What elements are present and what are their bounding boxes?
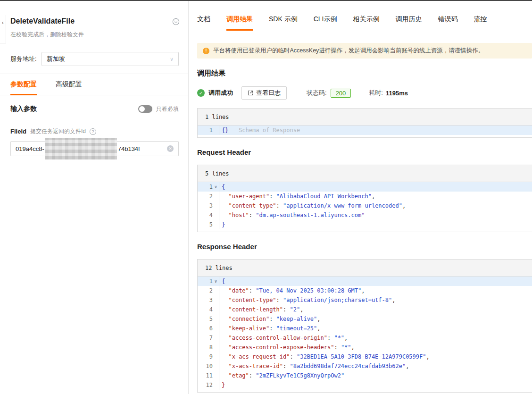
response-header-block: 12 lines 1∨{2 "date": "Tue, 04 Nov 2025 …: [197, 259, 532, 393]
fileid-input[interactable]: 019a4cc8-74b134f ✕: [10, 141, 179, 156]
clear-input-icon[interactable]: ✕: [167, 145, 174, 152]
code-line: 10 "x-acs-trace-id": "8a2bdd698daf724ecc…: [198, 361, 532, 371]
status-code-badge: 200: [331, 89, 351, 98]
app-layout: ‹ DeleteValidateFile 在校验完成后，删除校验文件 服务地址:…: [0, 1, 532, 394]
tab-sdk-examples[interactable]: SDK 示例: [269, 15, 298, 31]
tab-cli-examples[interactable]: CLI示例: [314, 15, 337, 31]
code-line: 6 "keep-alive": "timeout=25",: [198, 324, 532, 333]
code-line: 4 "content-length": "2",: [198, 305, 532, 314]
code-line: 5 "connection": "keep-alive",: [198, 314, 532, 324]
code-text: "etag": "2mZFLkyvTe1C5g8XnyQrpOw2": [219, 371, 344, 380]
main-tabs: 文档 调用结果 SDK 示例 CLI示例 相关示例 调用历史 错误码 流控: [197, 15, 532, 31]
tab-docs[interactable]: 文档: [197, 15, 210, 31]
code-line: 2 "user-agent": "AlibabaCloud API Workbe…: [198, 192, 532, 201]
code-line: 1{} Schema of Response: [198, 126, 532, 135]
input-params-title: 输入参数: [10, 105, 37, 113]
code-block-header: 1 lines: [198, 109, 532, 126]
field-name-fileid: FileId: [10, 128, 26, 135]
fold-chevron-icon[interactable]: ∨: [213, 182, 219, 192]
required-only-toggle[interactable]: [138, 105, 152, 113]
view-log-label: 查看日志: [256, 89, 281, 97]
tab-related-examples[interactable]: 相关示例: [353, 15, 379, 31]
redacted-value-segment: [45, 138, 117, 159]
request-header-block: 5 lines 1∨{2 "user-agent": "AlibabaCloud…: [197, 165, 532, 232]
fileid-value-prefix: 019a4cc8-: [16, 145, 44, 152]
code-text: "keep-alive": "timeout=25",: [219, 324, 321, 333]
code-text: "host": "dm.ap-southeast-1.aliyuncs.com": [219, 210, 365, 220]
tab-call-history[interactable]: 调用历史: [395, 15, 422, 31]
code-text: "content-type": "application/json;charse…: [219, 295, 395, 305]
code-text: }: [219, 380, 225, 390]
line-number: 12: [206, 380, 213, 390]
call-status-row: ✓ 调用成功 查看日志 状态码: 200 耗时: 1195ms: [197, 86, 532, 100]
api-params-panel: ‹ DeleteValidateFile 在校验完成后，删除校验文件 服务地址:…: [0, 1, 189, 394]
warning-text: 平台将使用已登录用户的临时AccessKey进行操作，发起调用会影响当前账号的线…: [213, 47, 484, 55]
external-link-icon: [248, 90, 253, 96]
tab-call-result[interactable]: 调用结果: [226, 15, 253, 31]
line-number: 11: [206, 371, 213, 380]
code-line: 1∨{: [198, 182, 532, 192]
api-title: DeleteValidateFile: [10, 17, 75, 25]
duration-value: 1195ms: [386, 90, 408, 97]
code-editor[interactable]: 1{} Schema of Response: [198, 126, 532, 137]
line-number: 5: [209, 314, 213, 324]
code-text: "access-control-allow-origin": "*",: [219, 333, 348, 343]
call-result-title: 调用结果: [197, 69, 532, 78]
code-editor[interactable]: 1∨{2 "user-agent": "AlibabaCloud API Wor…: [198, 182, 532, 232]
line-number: 4: [209, 305, 213, 314]
code-text: "user-agent": "AlibabaCloud API Workbenc…: [219, 192, 375, 201]
code-text: {: [219, 277, 225, 286]
code-line: 1∨{: [198, 277, 532, 286]
code-line: 7 "access-control-allow-origin": "*",: [198, 333, 532, 343]
accesskey-warning-banner: ! 平台将使用已登录用户的临时AccessKey进行操作，发起调用会影响当前账号…: [197, 43, 532, 59]
code-text: "x-acs-trace-id": "8a2bdd698daf724ecc24c…: [219, 361, 409, 371]
required-only-label: 只看必填: [156, 105, 179, 113]
call-success-label: 调用成功: [208, 89, 233, 97]
line-number: 3: [209, 201, 213, 210]
line-number: 4: [209, 210, 213, 220]
code-line: 8 "access-control-expose-headers": "*",: [198, 343, 532, 352]
result-panel: 文档 调用结果 SDK 示例 CLI示例 相关示例 调用历史 错误码 流控 ! …: [189, 1, 532, 394]
status-code-label: 状态码:: [307, 89, 327, 97]
code-editor[interactable]: 1∨{2 "date": "Tue, 04 Nov 2025 03:00:28 …: [198, 277, 532, 392]
tab-error-codes[interactable]: 错误码: [438, 15, 457, 31]
collapse-panel-button[interactable]: ‹: [0, 15, 6, 43]
line-number: 9: [209, 352, 213, 361]
fileid-value-suffix: 74b134f: [118, 145, 140, 152]
code-line: 3 "content-type": "application/json;char…: [198, 295, 532, 305]
code-line: 11 "etag": "2mZFLkyvTe1C5g8XnyQrpOw2": [198, 371, 532, 380]
code-text: }: [219, 220, 225, 229]
view-log-button[interactable]: 查看日志: [241, 86, 287, 100]
tab-param-config[interactable]: 参数配置: [10, 74, 37, 95]
code-line: 4 "host": "dm.ap-southeast-1.aliyuncs.co…: [198, 210, 532, 220]
line-number: 2: [209, 192, 213, 201]
code-line: 9 "x-acs-request-id": "32BED1EA-5A10-3FD…: [198, 352, 532, 361]
tab-throttling[interactable]: 流控: [474, 15, 487, 31]
feedback-face-icon[interactable]: [172, 18, 180, 27]
endpoint-label: 服务地址:: [10, 55, 37, 63]
tab-advanced-config[interactable]: 高级配置: [56, 74, 82, 95]
code-text: "content-length": "2",: [219, 305, 303, 314]
line-number: 1: [209, 182, 213, 192]
fold-chevron-icon[interactable]: ∨: [213, 277, 219, 286]
code-block-header: 5 lines: [198, 165, 532, 182]
code-text: "access-control-expose-headers": "*",: [219, 343, 355, 352]
line-number: 1: [209, 126, 213, 135]
line-number: 10: [206, 361, 213, 371]
api-description: 在校验完成后，删除校验文件: [0, 27, 188, 39]
help-icon[interactable]: ?: [90, 128, 96, 135]
success-check-icon: ✓: [197, 89, 205, 97]
field-description: 提交任务返回的文件Id: [30, 127, 86, 135]
endpoint-select[interactable]: 新加坡 ∨: [42, 52, 179, 66]
endpoint-selected-value: 新加坡: [47, 55, 65, 63]
code-block-header: 12 lines: [198, 260, 532, 277]
line-number: 7: [209, 333, 213, 343]
code-text: "connection": "keep-alive",: [219, 314, 321, 324]
code-line: 2 "date": "Tue, 04 Nov 2025 03:00:28 GMT…: [198, 286, 532, 295]
line-number: 6: [209, 324, 213, 333]
response-header-title: Response Header: [197, 243, 532, 251]
response-schema-block: 1 lines 1{} Schema of Response: [197, 108, 532, 138]
warning-icon: !: [203, 48, 209, 54]
line-number: 5: [209, 220, 213, 229]
code-text: "x-acs-request-id": "32BED1EA-5A10-3FD8-…: [219, 352, 430, 361]
